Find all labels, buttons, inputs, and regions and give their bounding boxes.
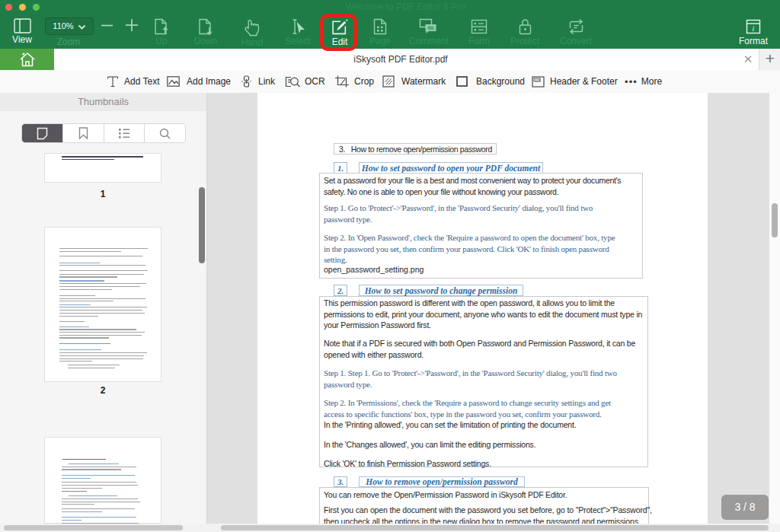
svg-text:i: i — [753, 24, 755, 33]
svg-text:123: 123 — [535, 78, 541, 81]
